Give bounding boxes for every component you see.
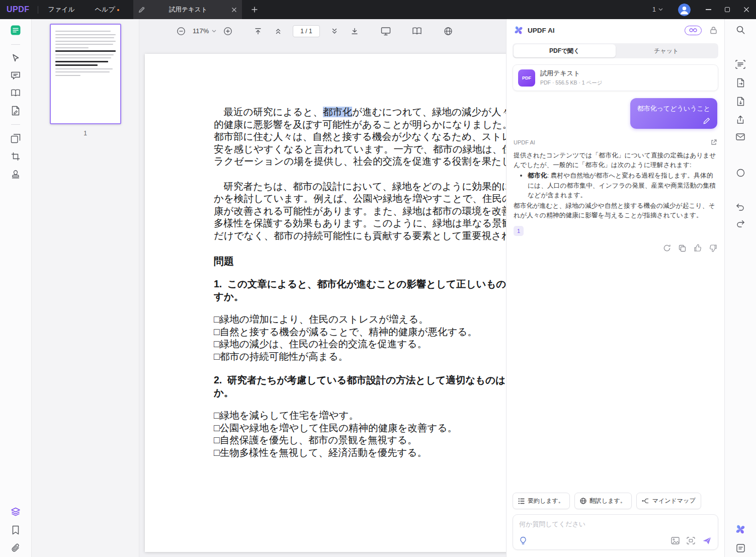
pdf-file-icon: PDF <box>518 69 535 87</box>
last-page-button[interactable] <box>348 25 361 38</box>
doc-line: だけでなく、都市の持続可能性にも貢献する要素として重要視されて <box>214 230 506 243</box>
image-icon[interactable] <box>671 537 680 544</box>
thumbs-up-icon[interactable] <box>694 244 702 252</box>
first-page-button[interactable] <box>251 25 265 38</box>
crop-icon[interactable] <box>11 152 20 161</box>
ai-response-bullet: 都市化: 農村や自然地が都市へと変わる過程を指します。具体的には、人口の都市集中… <box>528 171 717 200</box>
edit-page-icon[interactable] <box>11 106 20 116</box>
page-indicator[interactable]: 1 / 1 <box>293 25 319 37</box>
close-button[interactable] <box>737 0 756 19</box>
zoom-level-dropdown[interactable]: 117% <box>193 27 216 35</box>
tab-chat[interactable]: チャット <box>616 44 718 57</box>
question-line: か。 <box>214 386 506 399</box>
idea-lightbulb-icon[interactable] <box>519 536 527 545</box>
summarize-button[interactable]: 要約します。 <box>513 493 570 509</box>
convert-file-icon[interactable] <box>736 78 745 88</box>
zoom-level-value: 117% <box>193 27 209 35</box>
menu-help[interactable]: ヘルプ <box>85 5 125 14</box>
attachment-icon[interactable] <box>12 543 20 553</box>
layers-icon[interactable] <box>11 507 21 517</box>
maximize-icon <box>725 7 730 12</box>
search-icon[interactable] <box>736 25 745 35</box>
tab-close-icon[interactable] <box>231 7 237 13</box>
chat-input-card[interactable] <box>513 514 718 550</box>
thumbnail-textline <box>55 71 110 72</box>
chat-input[interactable] <box>519 520 712 528</box>
tab-ask-pdf[interactable]: PDFで聞く <box>514 44 616 57</box>
maximize-button[interactable] <box>718 0 737 19</box>
minimize-button[interactable] <box>699 0 718 19</box>
mindmap-button[interactable]: マインドマップ <box>636 493 701 509</box>
checkbox-option[interactable]: □自然保護を優先し、都市の景観を無視する。 <box>214 434 506 447</box>
page-thumbnail[interactable] <box>50 24 121 124</box>
organize-pages-icon[interactable] <box>11 133 21 143</box>
comment-icon[interactable] <box>11 71 21 80</box>
highlighted-text[interactable]: 都市化 <box>323 107 353 117</box>
notification-dot <box>117 9 119 11</box>
stamp-icon[interactable] <box>11 170 20 179</box>
thumbs-down-icon[interactable] <box>709 244 717 252</box>
section-heading: 問題 <box>214 255 506 268</box>
zoom-out-button[interactable] <box>175 25 188 38</box>
ocr-icon[interactable] <box>735 60 745 69</box>
app-logo[interactable]: UPDF <box>0 5 38 14</box>
doc-line: 多様性を保護する効果もあります。このように、緑地は単なる景観の <box>214 217 506 230</box>
checkbox-option[interactable]: □緑地を減らして住宅を増やす。 <box>214 410 506 422</box>
checkbox-option[interactable]: □緑地の減少は、住民の社会的交流を促進する。 <box>214 338 506 351</box>
record-icon[interactable] <box>736 169 745 177</box>
share-icon[interactable] <box>736 115 745 124</box>
checkbox-option[interactable]: □公園や緑地を増やして住民の精神的健康を改善する。 <box>214 422 506 435</box>
user-message-row: 都市化ってどういうこと <box>514 98 717 129</box>
citation-badge[interactable]: 1 <box>514 226 524 236</box>
thumbnail-textline <box>55 34 116 35</box>
zoom-in-button[interactable] <box>221 25 234 38</box>
thumbnail-textline <box>55 61 109 62</box>
doc-line: 最近の研究によると、都市化が進むにつれて、緑地の減少が人々の <box>214 106 506 119</box>
regenerate-icon[interactable] <box>663 244 671 252</box>
updf-ai-shortcut-icon[interactable] <box>735 524 746 535</box>
unlimited-toggle[interactable] <box>685 26 702 35</box>
checkbox-option[interactable]: □緑地の増加により、住民のストレスが増える。 <box>214 313 506 326</box>
redo-icon[interactable] <box>736 220 745 227</box>
document-tab[interactable]: 試用テキスト <box>133 0 242 19</box>
summary-icon <box>518 498 525 504</box>
thumbnail-textline <box>55 68 113 69</box>
avatar[interactable] <box>678 4 691 16</box>
chat-area: 都市化ってどういうこと UPDF AI 提供されたコンテンツでは「都市化」につい… <box>507 91 724 488</box>
next-page-button[interactable] <box>328 25 341 38</box>
email-icon[interactable] <box>736 133 745 140</box>
checkbox-option[interactable]: □生物多様性を無視して、経済活動を優先する。 <box>214 447 506 459</box>
thumbnail-textline <box>55 44 113 45</box>
read-mode-icon[interactable] <box>11 89 21 97</box>
copy-icon[interactable] <box>679 244 686 252</box>
undo-icon[interactable] <box>736 203 745 211</box>
open-in-window-icon[interactable] <box>710 139 717 146</box>
new-tab-button[interactable] <box>251 6 258 13</box>
select-cursor-icon[interactable] <box>11 53 20 62</box>
file-card[interactable]: PDF 試用テキスト PDF · 556.5 KB · 1 ページ <box>513 64 718 91</box>
lock-icon[interactable] <box>710 26 717 34</box>
edit-message-icon[interactable] <box>703 117 710 124</box>
translate-icon[interactable] <box>442 25 455 38</box>
checkbox-option[interactable]: □自然と接する機会が減ることで、精神的健康が悪化する。 <box>214 326 506 339</box>
titlebar: UPDF ファイル ヘルプ 試用テキスト 1 <box>0 0 756 19</box>
compress-file-icon[interactable] <box>736 97 745 106</box>
reading-mode-icon[interactable] <box>410 25 424 38</box>
file-name: 試用テキスト <box>540 69 603 78</box>
mindmap-label: マインドマップ <box>652 497 696 505</box>
notes-icon[interactable] <box>736 543 745 553</box>
translate-button[interactable]: 翻訳します。 <box>574 493 632 509</box>
pdf-viewport[interactable]: 最近の研究によると、都市化が進むにつれて、緑地の減少が人々の 的健康に悪影響を及… <box>139 43 506 557</box>
bookmark-icon[interactable] <box>12 525 20 535</box>
menu-file[interactable]: ファイル <box>38 5 85 14</box>
left-toolbar <box>0 19 32 557</box>
previous-page-button[interactable] <box>272 25 285 38</box>
doc-line: 研究者たちは、都市の設計において、緑地をどのように効果的に配 <box>214 181 506 193</box>
edit-text-mode-button[interactable] <box>10 25 21 36</box>
thumbnail-panel: 1 <box>32 19 139 557</box>
presentation-mode-icon[interactable] <box>379 25 392 38</box>
checkbox-option[interactable]: □都市の持続可能性が高まる。 <box>214 351 506 363</box>
send-icon[interactable] <box>702 536 712 545</box>
screenshot-icon[interactable] <box>687 537 695 544</box>
window-count-dropdown[interactable]: 1 <box>645 6 670 13</box>
